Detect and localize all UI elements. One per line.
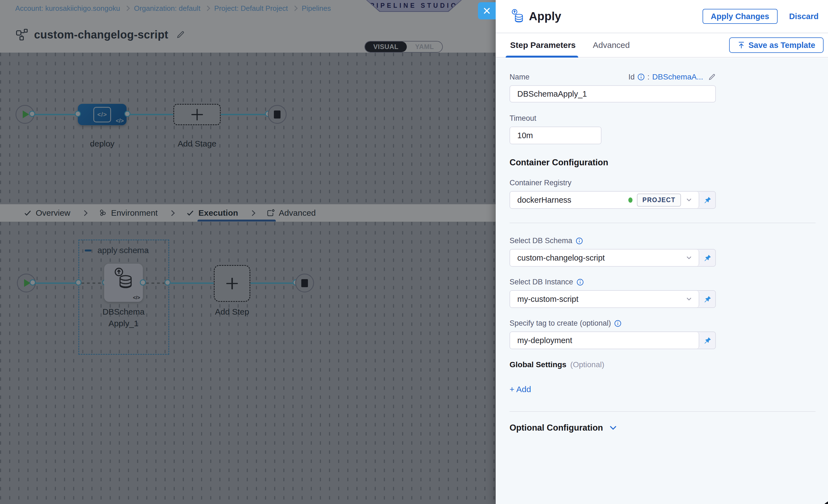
tag-pin-button[interactable] — [699, 332, 715, 349]
pin-icon — [703, 254, 711, 262]
chevron-down-icon — [686, 295, 693, 303]
id-value[interactable]: DBSchemaA... — [652, 73, 703, 81]
pin-icon — [703, 336, 711, 344]
container-registry-value[interactable]: dockerHarness — [517, 196, 624, 205]
pipeline-studio-screen: Account: kurosakiichigo.songoku Organiza… — [0, 0, 828, 504]
db-schema-field: custom-changelog-script — [509, 249, 716, 267]
info-icon[interactable] — [577, 279, 584, 286]
canvas-dim-overlay[interactable] — [0, 0, 496, 504]
tag-label: Specify tag to create (optional) — [509, 319, 611, 328]
timeout-label: Timeout — [509, 114, 828, 123]
edit-id-icon[interactable] — [708, 73, 716, 81]
section-divider — [509, 411, 816, 412]
name-input[interactable] — [509, 85, 716, 102]
chevron-down-icon — [686, 254, 693, 261]
container-registry-field: dockerHarness PROJECT — [509, 191, 716, 209]
id-row: Id : DBSchemaA... — [628, 73, 716, 81]
chevron-down-icon[interactable] — [686, 196, 693, 204]
panel-tabs: Step Parameters Advanced Save as Templat… — [496, 33, 828, 57]
db-schema-label: Select DB Schema — [509, 237, 572, 245]
apply-step-icon — [510, 9, 525, 24]
global-settings-row: Global Settings (Optional) — [509, 360, 828, 369]
step-config-panel: Apply Apply Changes Discard Step Paramet… — [496, 0, 828, 504]
section-divider — [509, 223, 816, 223]
close-icon — [483, 7, 490, 14]
timeout-field — [509, 127, 602, 144]
tag-input[interactable] — [517, 336, 693, 345]
step-parameters-form: Name Id : DBSchemaA... Timeout — [496, 58, 828, 504]
tab-step-parameters[interactable]: Step Parameters — [510, 40, 576, 50]
container-configuration-heading: Container Configuration — [509, 158, 828, 168]
db-instance-label: Select DB Instance — [509, 278, 573, 286]
info-icon[interactable] — [637, 73, 645, 81]
tag-field — [509, 332, 716, 349]
db-instance-pin-button[interactable] — [699, 291, 715, 307]
global-settings-label: Global Settings — [509, 360, 566, 369]
discard-button[interactable]: Discard — [789, 12, 819, 21]
container-registry-label: Container Registry — [509, 179, 828, 187]
studio-left-area: Account: kurosakiichigo.songoku Organiza… — [0, 0, 496, 504]
global-settings-optional: (Optional) — [570, 360, 604, 369]
optional-configuration-toggle[interactable]: Optional Configuration — [509, 423, 828, 433]
timeout-input[interactable] — [517, 131, 602, 140]
upload-icon — [738, 41, 745, 49]
id-label: Id — [628, 73, 635, 81]
active-tab-underline — [506, 56, 578, 57]
tab-step-advanced[interactable]: Advanced — [593, 40, 630, 50]
panel-header: Apply Apply Changes Discard — [496, 0, 828, 33]
db-instance-select[interactable]: my-custom-script — [510, 291, 699, 307]
scope-tag: PROJECT — [637, 194, 681, 207]
panel-title: Apply — [529, 10, 561, 23]
pin-icon — [703, 295, 711, 303]
save-as-template-button[interactable]: Save as Template — [729, 37, 824, 53]
info-icon[interactable] — [576, 237, 583, 245]
pin-icon — [703, 196, 711, 204]
chevron-down-icon — [609, 423, 618, 432]
id-separator: : — [648, 73, 650, 81]
name-label: Name — [509, 73, 530, 81]
close-panel-button[interactable] — [478, 2, 496, 19]
db-schema-select[interactable]: custom-changelog-script — [510, 250, 699, 266]
db-instance-field: my-custom-script — [509, 290, 716, 308]
add-global-setting-button[interactable]: + Add — [509, 385, 828, 394]
apply-changes-button[interactable]: Apply Changes — [703, 9, 778, 24]
info-icon[interactable] — [614, 320, 621, 327]
connector-status-dot — [628, 198, 632, 203]
db-schema-pin-button[interactable] — [699, 250, 715, 266]
registry-pin-button[interactable] — [699, 192, 715, 208]
